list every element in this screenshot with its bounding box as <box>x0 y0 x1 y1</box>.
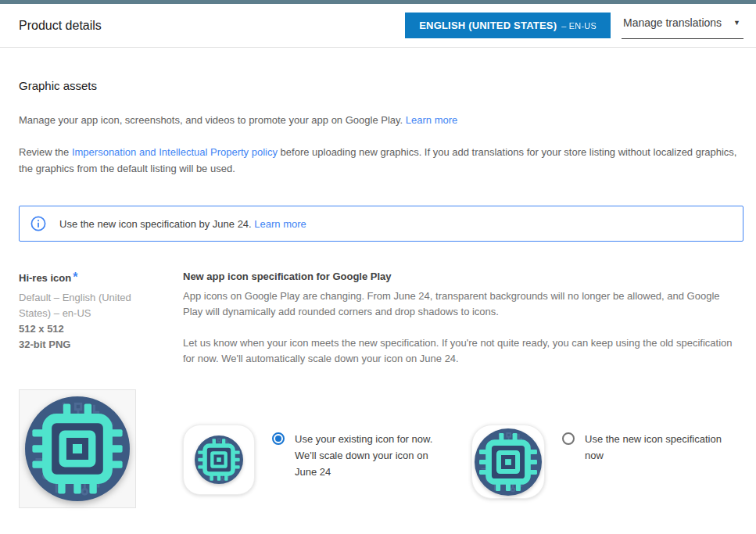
page-title: Product details <box>19 19 102 33</box>
new-spec-choice: Use the new icon specification now <box>562 431 735 499</box>
page-header: Product details ENGLISH (UNITED STATES) … <box>0 4 756 48</box>
existing-icon-choice: Use your existing icon for now. We'll sc… <box>272 431 434 495</box>
new-spec-info: New app icon specification for Google Pl… <box>183 271 743 367</box>
info-icon <box>30 216 46 231</box>
learn-more-link[interactable]: Learn more <box>406 114 457 126</box>
new-spec-heading: New app icon specification for Google Pl… <box>183 271 743 282</box>
intro-text-body: Manage your app icon, screenshots, and v… <box>19 114 403 126</box>
app-icon-large <box>25 396 130 501</box>
review-text-prefix: Review the <box>19 146 72 158</box>
new-spec-icon-card <box>471 425 545 499</box>
option-new-spec: Use the new icon specification now <box>471 425 735 499</box>
app-icon-medium <box>475 428 542 496</box>
review-text: Review the Impersonation and Intellectua… <box>19 144 742 177</box>
new-spec-label: Use the new icon specification now <box>585 431 735 499</box>
required-asterisk: * <box>73 271 77 284</box>
radio-new-spec[interactable] <box>562 432 575 445</box>
hi-res-icon-meta: Hi-res icon* Default – English (United S… <box>19 271 183 367</box>
policy-link[interactable]: Impersonation and Intellectual Property … <box>72 146 278 158</box>
notice-text-body: Use the new icon specification by June 2… <box>59 218 252 230</box>
notice-learn-more-link[interactable]: Learn more <box>254 218 306 230</box>
existing-icon-label: Use your existing icon for now. We'll sc… <box>295 431 434 495</box>
language-button-suffix: – EN-US <box>561 21 597 30</box>
new-spec-para1: App icons on Google Play are changing. F… <box>183 289 741 320</box>
manage-translations-label: Manage translations <box>623 16 722 29</box>
chevron-down-icon: ▼ <box>733 19 740 27</box>
icon-spec-options: Use your existing icon for now. We'll sc… <box>183 389 743 508</box>
section-title: Graphic assets <box>19 79 743 92</box>
icon-spec-info-row: Hi-res icon* Default – English (United S… <box>19 271 743 367</box>
language-button-label: ENGLISH (UNITED STATES) <box>419 20 557 31</box>
hi-res-icon-label: Hi-res icon <box>19 272 71 284</box>
radio-existing-icon[interactable] <box>272 432 285 445</box>
manage-translations-dropdown[interactable]: Manage translations ▼ <box>622 12 743 39</box>
intro-text: Manage your app icon, screenshots, and v… <box>19 113 743 128</box>
app-icon-small <box>195 435 243 484</box>
option-existing-icon: Use your existing icon for now. We'll sc… <box>183 425 434 495</box>
notice-text: Use the new icon specification by June 2… <box>59 218 306 230</box>
icon-choice-row: Use your existing icon for now. We'll sc… <box>19 389 743 508</box>
default-language-text: Default – English (United States) – en-U… <box>19 290 152 321</box>
new-spec-para2: Let us know when your icon meets the new… <box>183 335 741 367</box>
icon-dimensions: 512 x 512 <box>19 321 183 337</box>
notice-banner: Use the new icon specification by June 2… <box>19 206 743 242</box>
language-button[interactable]: ENGLISH (UNITED STATES) – EN-US <box>405 13 611 38</box>
content: Graphic assets Manage your app icon, scr… <box>0 79 756 508</box>
icon-format: 32-bit PNG <box>19 337 183 353</box>
hi-res-icon-preview[interactable] <box>19 389 136 508</box>
existing-icon-card <box>183 425 255 495</box>
header-actions: ENGLISH (UNITED STATES) – EN-US Manage t… <box>405 12 743 39</box>
